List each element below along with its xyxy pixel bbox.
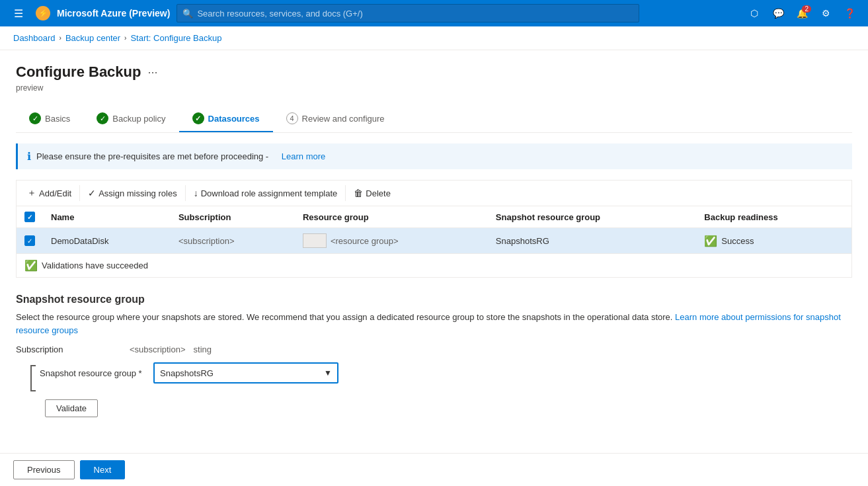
success-check-icon: ✅ xyxy=(704,235,717,247)
hamburger-icon[interactable]: ☰ xyxy=(8,3,29,24)
breadcrumb-dashboard[interactable]: Dashboard xyxy=(13,33,56,43)
share-icon[interactable]: ⬡ xyxy=(744,3,765,24)
add-edit-button[interactable]: ＋ Add/Edit xyxy=(22,184,77,202)
table-row[interactable]: ✓ DemoDataDisk <subscription> <resource … xyxy=(17,228,852,254)
learn-more-link[interactable]: Learn more xyxy=(282,151,325,161)
row-checkbox-cell[interactable]: ✓ xyxy=(17,228,44,254)
tab-review-configure[interactable]: 4 Review and configure xyxy=(273,106,398,132)
tab-datasources[interactable]: ✓ Datasources xyxy=(179,106,273,132)
notifications-icon[interactable]: 🔔 2 xyxy=(791,3,812,24)
main-content: Configure Backup ··· preview ✓ Basics ✓ … xyxy=(0,50,868,485)
breadcrumb-backup-center[interactable]: Backup center xyxy=(65,33,120,43)
row-resource-group: <resource group> xyxy=(295,228,488,254)
snapshot-rg-dropdown[interactable]: SnapshotsRG ▼ xyxy=(153,362,338,384)
table-header-row: ✓ Name Subscription Resource group Snaps… xyxy=(17,206,852,228)
subscription-value: <subscription> xyxy=(130,344,186,354)
feedback-icon[interactable]: 💬 xyxy=(768,3,789,24)
select-all-header[interactable]: ✓ xyxy=(17,206,44,228)
breadcrumb-sep-2: › xyxy=(124,34,126,42)
snapshot-rg-fields: Snapshot resource group * SnapshotsRG ▼ xyxy=(40,362,338,384)
info-icon: ℹ xyxy=(27,150,31,163)
snapshot-rg-label: Snapshot resource group * xyxy=(40,368,145,378)
topbar-actions: ⬡ 💬 🔔 2 ⚙ ❓ xyxy=(744,3,860,24)
subscription-row: Subscription <subscription> sting xyxy=(16,344,852,354)
backup-policy-check-icon: ✓ xyxy=(97,112,108,124)
subscription-extra: sting xyxy=(194,344,212,354)
col-subscription: Subscription xyxy=(171,206,295,228)
validate-button[interactable]: Validate xyxy=(45,399,98,417)
toolbar-separator-3 xyxy=(345,185,346,201)
bracket-decoration xyxy=(16,362,40,391)
tab-backup-policy[interactable]: ✓ Backup policy xyxy=(83,106,178,132)
snapshot-section-title: Snapshot resource group xyxy=(16,294,852,305)
bottom-bar: Previous Next xyxy=(0,453,868,485)
help-icon[interactable]: ❓ xyxy=(839,3,860,24)
breadcrumb-configure-backup[interactable]: Start: Configure Backup xyxy=(130,33,221,43)
snapshot-section: Snapshot resource group Select the resou… xyxy=(16,294,852,417)
toolbar-separator-1 xyxy=(79,185,80,201)
breadcrumb-sep-1: › xyxy=(59,34,61,42)
info-text: Please ensure the pre-requisites are met… xyxy=(36,151,268,161)
dropdown-arrow-icon: ▼ xyxy=(324,368,332,378)
row-backup-readiness: ✅ Success xyxy=(696,228,851,254)
search-input[interactable] xyxy=(197,9,633,19)
datasources-table: ✓ Name Subscription Resource group Snaps… xyxy=(16,206,852,254)
info-banner: ℹ Please ensure the pre-requisites are m… xyxy=(16,143,852,169)
tab-backup-policy-label: Backup policy xyxy=(112,114,165,124)
toolbar-separator-2 xyxy=(185,185,186,201)
topbar: ☰ ⚡ Microsoft Azure (Preview) 🔍 ⬡ 💬 🔔 2 … xyxy=(0,0,868,26)
validation-check-icon: ✅ xyxy=(24,259,38,272)
assign-roles-button[interactable]: ✓ Assign missing roles xyxy=(83,185,182,201)
row-name: DemoDataDisk xyxy=(43,228,171,254)
snapshot-rg-row: Snapshot resource group * SnapshotsRG ▼ xyxy=(40,362,338,384)
validation-row: ✅ Validations have succeeded xyxy=(16,254,852,278)
col-resource-group: Resource group xyxy=(295,206,488,228)
delete-button[interactable]: 🗑 Delete xyxy=(348,185,396,201)
delete-icon: 🗑 xyxy=(354,188,363,198)
azure-logo: ⚡ xyxy=(36,6,50,20)
subscription-label: Subscription xyxy=(16,344,122,354)
col-backup-readiness: Backup readiness xyxy=(696,206,851,228)
download-template-button[interactable]: ↓ Download role assignment template xyxy=(188,185,343,201)
tab-basics-label: Basics xyxy=(45,114,70,124)
snapshot-rg-value: SnapshotsRG xyxy=(160,368,214,378)
row-subscription: <subscription> xyxy=(171,228,295,254)
app-title: Microsoft Azure (Preview) xyxy=(57,8,170,19)
row-checkbox[interactable]: ✓ xyxy=(24,235,35,246)
tab-basics[interactable]: ✓ Basics xyxy=(16,106,83,132)
search-icon: 🔍 xyxy=(182,9,193,19)
review-configure-num: 4 xyxy=(286,112,298,124)
notification-badge: 2 xyxy=(802,5,811,13)
breadcrumb: Dashboard › Backup center › Start: Confi… xyxy=(0,26,868,50)
search-box[interactable]: 🔍 xyxy=(177,4,639,22)
download-icon: ↓ xyxy=(194,188,198,198)
wizard-tabs: ✓ Basics ✓ Backup policy ✓ Datasources 4… xyxy=(16,106,852,133)
row-snapshot-rg: SnapshotsRG xyxy=(488,228,696,254)
page-header: Configure Backup ··· xyxy=(16,63,852,81)
previous-button[interactable]: Previous xyxy=(13,460,75,479)
more-options-icon[interactable]: ··· xyxy=(147,65,157,79)
datasources-check-icon: ✓ xyxy=(192,112,204,124)
snapshot-section-desc: Select the resource group where your sna… xyxy=(16,311,852,337)
snapshot-rg-form-group: Snapshot resource group * SnapshotsRG ▼ xyxy=(16,362,852,391)
col-snapshot-rg: Snapshot resource group xyxy=(488,206,696,228)
check-icon: ✓ xyxy=(88,188,96,198)
plus-icon: ＋ xyxy=(27,187,36,199)
page-subtitle: preview xyxy=(16,83,852,93)
page-title: Configure Backup xyxy=(16,63,141,81)
table-toolbar: ＋ Add/Edit ✓ Assign missing roles ↓ Down… xyxy=(16,180,852,206)
validation-text: Validations have succeeded xyxy=(42,261,148,270)
settings-icon[interactable]: ⚙ xyxy=(815,3,836,24)
basics-check-icon: ✓ xyxy=(29,112,41,124)
tab-datasources-label: Datasources xyxy=(208,114,260,124)
validate-row: Validate xyxy=(45,399,852,417)
col-name: Name xyxy=(43,206,171,228)
tab-review-configure-label: Review and configure xyxy=(302,114,385,124)
next-button[interactable]: Next xyxy=(80,460,126,479)
select-all-checkbox[interactable]: ✓ xyxy=(24,212,35,222)
